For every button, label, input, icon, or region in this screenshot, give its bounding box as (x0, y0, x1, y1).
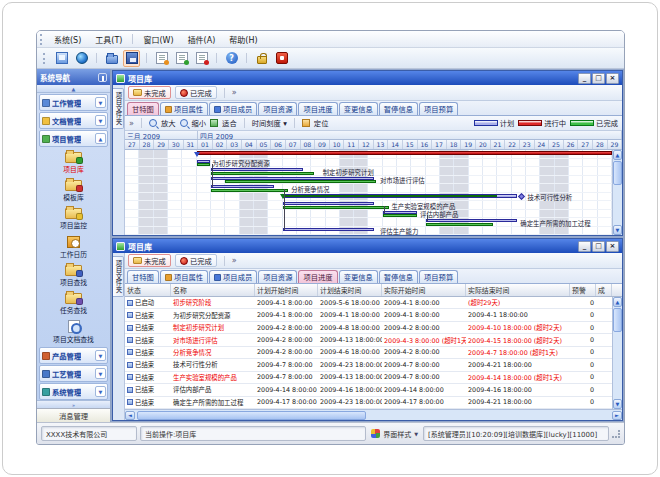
doc-new-button[interactable] (153, 50, 170, 67)
scrollbar-thumb[interactable] (613, 308, 622, 332)
sidebar-item-项目监控[interactable]: 项目监控 (60, 205, 87, 233)
zoom-in-button[interactable]: 放大 (161, 118, 176, 128)
pin-icon[interactable] (98, 73, 107, 82)
fit-button[interactable]: 适合 (222, 118, 237, 128)
column-header-名称[interactable]: 名称 (171, 284, 255, 296)
tab-项目预算[interactable]: 项目预算 (419, 270, 458, 283)
table-row[interactable]: 已结束确定生产所需的加工过程2009-4-17 8:00:002009-4-23… (125, 397, 612, 409)
tab-项目成员[interactable]: 项目成员 (209, 270, 257, 283)
time-scale-button[interactable]: 时间刻度 ▾ (252, 118, 287, 128)
scroll-up-icon[interactable]: ▲ (613, 150, 622, 160)
task-actual-bar[interactable] (211, 172, 314, 175)
toolbar-overflow-icon[interactable]: » (232, 256, 237, 265)
doc-delete-button[interactable] (193, 50, 210, 67)
doc-check-button[interactable] (173, 50, 190, 67)
table-row[interactable]: 已启动初步研究阶段2009-4-1 8:00:002009-5-6 18:00:… (125, 297, 612, 309)
tab-项目预算[interactable]: 项目预算 (419, 102, 458, 115)
table-window-titlebar[interactable]: 项目库 _ □ × (113, 239, 622, 253)
sidebar-item-模板库[interactable]: 模板库 (63, 177, 83, 205)
sidebar-group-系统管理[interactable]: 系统管理▼ (39, 383, 108, 400)
sidebar-group-产品管理[interactable]: 产品管理▼ (39, 347, 108, 364)
monitor-button[interactable] (53, 50, 70, 67)
project-folder-vertical-tab[interactable]: 项目文件夹 (113, 256, 124, 297)
close-button[interactable]: × (606, 241, 619, 252)
column-header-计划开始时间[interactable]: 计划开始时间 (255, 284, 318, 296)
tab-暂停信息[interactable]: 暂停信息 (379, 102, 418, 115)
ui-style-picker[interactable]: 界面样式 ▼ (369, 429, 420, 439)
column-header-实际开始时间[interactable]: 实际开始时间 (382, 284, 466, 296)
expand-arrow-icon[interactable]: ▼ (95, 97, 106, 108)
unfinished-filter-button[interactable]: 未完成 (128, 86, 171, 99)
expand-arrow-icon[interactable]: ▼ (95, 368, 106, 379)
sidebar-item-任务查找[interactable]: 任务查找 (60, 290, 87, 318)
maximize-button[interactable]: □ (592, 73, 605, 84)
scrollbar-thumb[interactable] (137, 411, 366, 420)
tab-项目进度[interactable]: 项目进度 (298, 102, 337, 115)
sidebar-collapse-button[interactable]: ▲ (37, 85, 110, 93)
column-header-成[interactable]: 成 (596, 284, 612, 296)
menu-item[interactable]: 窗口(W) (136, 33, 180, 46)
collapse-arrow-icon[interactable]: ▲ (95, 133, 106, 144)
tab-项目资源[interactable]: 项目资源 (258, 102, 297, 115)
sidebar-group-工作管理[interactable]: 工作管理▼ (39, 94, 108, 111)
table-row[interactable]: 已结束生产实验室规模的产品2009-4-7 8:00:002009-4-13 1… (125, 372, 612, 384)
column-header-实际结束时间[interactable]: 实际结束时间 (466, 284, 570, 296)
scroll-right-icon[interactable]: ► (612, 411, 622, 420)
column-header-预警[interactable]: 预警 (570, 284, 596, 296)
table-row[interactable]: 已结束技术可行性分析2009-4-7 8:00:002009-4-23 18:0… (125, 359, 612, 371)
tab-项目属性[interactable]: 项目属性 (160, 102, 208, 115)
maximize-button[interactable]: □ (592, 241, 605, 252)
scroll-left-icon[interactable]: ◄ (125, 411, 135, 420)
scroll-down-icon[interactable]: ▼ (613, 225, 622, 235)
tab-变更信息[interactable]: 变更信息 (339, 270, 378, 283)
gantt-vertical-scrollbar[interactable]: ▲ ▼ (612, 150, 622, 235)
project-folder-vertical-tab[interactable]: 项目文件夹 (113, 88, 124, 129)
scrollbar-thumb[interactable] (613, 161, 622, 185)
help-button[interactable]: ? (223, 50, 240, 67)
minimize-button[interactable]: _ (578, 73, 591, 84)
expand-arrow-icon[interactable]: ▼ (95, 386, 106, 397)
unfinished-filter-button[interactable]: 未完成 (128, 254, 171, 267)
tab-项目成员[interactable]: 项目成员 (209, 102, 257, 115)
task-actual-bar[interactable] (283, 206, 389, 209)
tab-项目属性[interactable]: 项目属性 (160, 270, 208, 283)
sidebar-item-项目库[interactable]: 项目库 (63, 149, 83, 177)
menu-item[interactable]: 工具(T) (88, 33, 129, 46)
column-header-状态[interactable]: 状态 (125, 284, 171, 296)
summary-bar[interactable] (197, 151, 612, 155)
task-actual-bar[interactable] (211, 189, 288, 192)
task-plan-bar[interactable] (283, 228, 375, 231)
table-row[interactable]: 已结束分析竞争情况2009-4-2 8:00:002009-4-6 18:00:… (125, 347, 612, 359)
gantt-overflow-icon[interactable]: » (129, 119, 134, 128)
scroll-up-icon[interactable]: ▲ (613, 297, 622, 307)
menu-item[interactable]: 帮助(H) (222, 33, 264, 46)
tab-甘特图[interactable]: 甘特图 (127, 102, 159, 115)
table-row[interactable]: 已结束对市场进行评估2009-4-2 8:00:002009-4-13 18:0… (125, 334, 612, 346)
locate-button[interactable]: 定位 (314, 118, 329, 128)
column-header-计划结束时间[interactable]: 计划结束时间 (318, 284, 382, 296)
menu-item[interactable]: 插件(A) (181, 33, 223, 46)
lock-button[interactable] (253, 50, 270, 67)
globe-button[interactable] (73, 50, 90, 67)
sidebar-item-工作日历[interactable]: 工作日历 (60, 233, 87, 261)
table-row[interactable]: 已结束制定初步研究计划2009-4-2 8:00:002009-4-8 18:0… (125, 322, 612, 334)
table-row[interactable]: 已结束为初步研究分配资源2009-4-1 8:00:002009-4-1 18:… (125, 309, 612, 321)
task-actual-bar[interactable] (225, 180, 375, 183)
task-actual-bar[interactable] (426, 223, 493, 226)
toolbar-overflow-icon[interactable]: » (232, 88, 237, 97)
tab-变更信息[interactable]: 变更信息 (339, 102, 378, 115)
sidebar-group-文档管理[interactable]: 文档管理▼ (39, 112, 108, 129)
table-horizontal-scrollbar[interactable]: ◄ ► (125, 409, 622, 420)
sidebar-group-项目管理[interactable]: 项目管理▲ (39, 130, 108, 147)
scroll-down-icon[interactable]: ▼ (613, 399, 622, 409)
finished-filter-button[interactable]: 已完成 (175, 254, 217, 267)
close-button[interactable]: × (606, 73, 619, 84)
resize-grip[interactable] (612, 430, 620, 438)
gantt-chart[interactable]: 为初步研究分配资源制定初步研究计划对市场进行评估分析竞争情况技术可行性分析生产实… (125, 150, 612, 235)
tab-项目资源[interactable]: 项目资源 (258, 270, 297, 283)
sidebar-item-项目文档查找[interactable]: 项目文档查找 (53, 318, 94, 346)
minimize-button[interactable]: _ (578, 241, 591, 252)
sidebar-overflow-button[interactable]: » (37, 400, 110, 408)
sidebar-group-工艺管理[interactable]: 工艺管理▼ (39, 365, 108, 382)
menu-item[interactable]: 系统(S) (47, 33, 88, 46)
